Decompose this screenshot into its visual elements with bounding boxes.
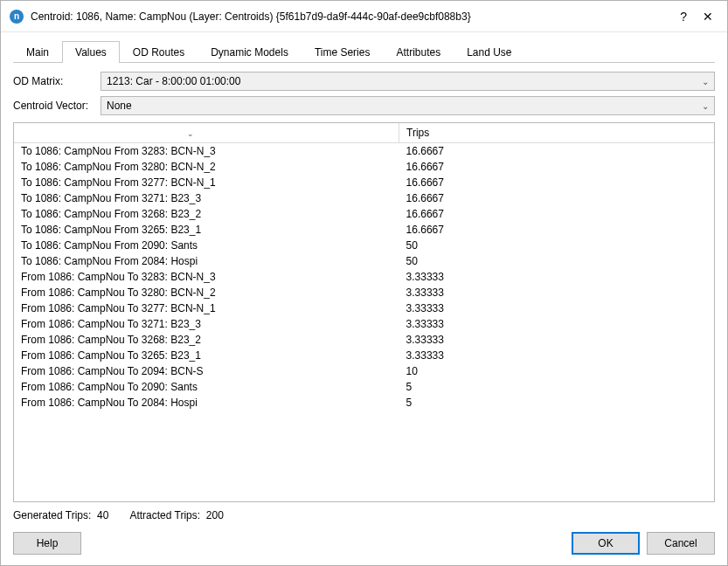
table-row[interactable]: To 1086: CampNou From 2084: Hospi50: [14, 253, 714, 269]
table-row[interactable]: From 1086: CampNou To 2090: Sants5: [14, 379, 714, 395]
trips-cell: 3.33333: [399, 300, 714, 316]
attracted-trips-label: Attracted Trips:: [129, 509, 200, 521]
table-row[interactable]: To 1086: CampNou From 3277: BCN-N_116.66…: [14, 175, 714, 190]
route-cell: To 1086: CampNou From 3283: BCN-N_3: [14, 143, 399, 160]
route-cell: From 1086: CampNou To 3280: BCN-N_2: [14, 285, 399, 300]
title-bar: n Centroid: 1086, Name: CampNou (Layer: …: [1, 1, 727, 32]
trips-cell: 3.33333: [399, 316, 714, 332]
tab-values[interactable]: Values: [62, 41, 120, 63]
trips-cell: 16.6667: [399, 175, 714, 190]
column-header-trips[interactable]: Trips: [399, 123, 714, 143]
generated-trips-value: 40: [97, 509, 108, 521]
trips-cell: 5: [399, 395, 714, 411]
tab-od-routes[interactable]: OD Routes: [120, 41, 198, 63]
centroid-vector-combo[interactable]: None ⌄: [101, 96, 715, 115]
route-cell: From 1086: CampNou To 2084: Hospi: [14, 395, 399, 411]
trips-cell: 16.6667: [399, 206, 714, 222]
centroid-vector-value: None: [107, 100, 132, 112]
column-header-route[interactable]: ⌄: [14, 123, 399, 143]
trips-cell: 50: [399, 238, 714, 253]
route-cell: To 1086: CampNou From 3271: B23_3: [14, 190, 399, 206]
table-row[interactable]: From 1086: CampNou To 2094: BCN-S10: [14, 363, 714, 379]
route-cell: From 1086: CampNou To 3283: BCN-N_3: [14, 269, 399, 285]
chevron-down-icon: ⌄: [702, 77, 709, 86]
table-row[interactable]: To 1086: CampNou From 3283: BCN-N_316.66…: [14, 143, 714, 160]
sort-indicator-icon: ⌄: [21, 129, 194, 138]
trips-cell: 16.6667: [399, 143, 714, 160]
cancel-button[interactable]: Cancel: [647, 532, 715, 555]
centroid-vector-label: Centroid Vector:: [13, 100, 101, 112]
tab-bar: MainValuesOD RoutesDynamic ModelsTime Se…: [13, 41, 715, 63]
app-icon: n: [10, 10, 24, 24]
attracted-trips-value: 200: [206, 509, 224, 521]
trips-cell: 3.33333: [399, 332, 714, 348]
route-cell: From 1086: CampNou To 2094: BCN-S: [14, 363, 399, 379]
table-row[interactable]: From 1086: CampNou To 3283: BCN-N_33.333…: [14, 269, 714, 285]
help-button[interactable]: Help: [13, 532, 81, 555]
table-row[interactable]: From 1086: CampNou To 2084: Hospi5: [14, 395, 714, 411]
route-cell: To 1086: CampNou From 2090: Sants: [14, 238, 399, 253]
od-matrix-combo[interactable]: 1213: Car - 8:00:00 01:00:00 ⌄: [101, 72, 715, 91]
table-row[interactable]: From 1086: CampNou To 3277: BCN-N_13.333…: [14, 300, 714, 316]
table-row[interactable]: To 1086: CampNou From 3268: B23_216.6667: [14, 206, 714, 222]
route-cell: From 1086: CampNou To 3277: BCN-N_1: [14, 300, 399, 316]
tab-land-use[interactable]: Land Use: [454, 41, 524, 63]
od-matrix-label: OD Matrix:: [13, 75, 101, 87]
route-cell: To 1086: CampNou From 3280: BCN-N_2: [14, 159, 399, 175]
table-row[interactable]: To 1086: CampNou From 3265: B23_116.6667: [14, 222, 714, 238]
trips-cell: 16.6667: [399, 222, 714, 238]
summary-row: Generated Trips: 40 Attracted Trips: 200: [13, 509, 715, 521]
trips-cell: 16.6667: [399, 159, 714, 175]
route-cell: From 1086: CampNou To 3265: B23_1: [14, 348, 399, 363]
ok-button[interactable]: OK: [572, 532, 640, 555]
route-cell: From 1086: CampNou To 3271: B23_3: [14, 316, 399, 332]
route-cell: To 1086: CampNou From 3277: BCN-N_1: [14, 175, 399, 190]
table-row[interactable]: From 1086: CampNou To 3280: BCN-N_23.333…: [14, 285, 714, 300]
route-cell: From 1086: CampNou To 2090: Sants: [14, 379, 399, 395]
trips-table: ⌄ Trips To 1086: CampNou From 3283: BCN-…: [14, 123, 714, 411]
table-row[interactable]: To 1086: CampNou From 3271: B23_316.6667: [14, 190, 714, 206]
chevron-down-icon: ⌄: [702, 101, 709, 111]
table-row[interactable]: To 1086: CampNou From 3280: BCN-N_216.66…: [14, 159, 714, 175]
generated-trips-label: Generated Trips:: [13, 509, 91, 521]
trips-cell: 50: [399, 253, 714, 269]
trips-cell: 3.33333: [399, 269, 714, 285]
table-row[interactable]: From 1086: CampNou To 3265: B23_13.33333: [14, 348, 714, 363]
route-cell: To 1086: CampNou From 3265: B23_1: [14, 222, 399, 238]
window-controls: ? ✕: [680, 10, 718, 24]
tab-main[interactable]: Main: [13, 41, 62, 63]
route-cell: From 1086: CampNou To 3268: B23_2: [14, 332, 399, 348]
tab-dynamic-models[interactable]: Dynamic Models: [198, 41, 302, 63]
od-matrix-value: 1213: Car - 8:00:00 01:00:00: [107, 75, 240, 87]
close-icon[interactable]: ✕: [703, 10, 713, 24]
trips-cell: 3.33333: [399, 285, 714, 300]
trips-cell: 16.6667: [399, 190, 714, 206]
tab-time-series[interactable]: Time Series: [302, 41, 384, 63]
help-icon[interactable]: ?: [680, 10, 687, 24]
tab-attributes[interactable]: Attributes: [383, 41, 454, 63]
trips-cell: 5: [399, 379, 714, 395]
window-title: Centroid: 1086, Name: CampNou (Layer: Ce…: [31, 10, 680, 23]
table-row[interactable]: To 1086: CampNou From 2090: Sants50: [14, 238, 714, 253]
trips-cell: 3.33333: [399, 348, 714, 363]
trips-cell: 10: [399, 363, 714, 379]
route-cell: To 1086: CampNou From 2084: Hospi: [14, 253, 399, 269]
table-row[interactable]: From 1086: CampNou To 3271: B23_33.33333: [14, 316, 714, 332]
route-cell: To 1086: CampNou From 3268: B23_2: [14, 206, 399, 222]
table-row[interactable]: From 1086: CampNou To 3268: B23_23.33333: [14, 332, 714, 348]
